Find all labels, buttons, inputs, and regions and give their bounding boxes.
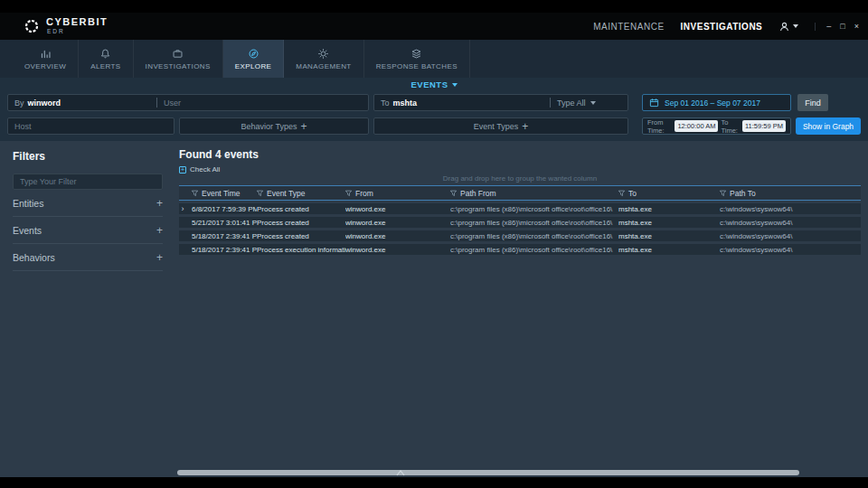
cell-event-type: Process created [257, 205, 345, 213]
to-value[interactable]: mshta [393, 99, 418, 108]
tab-alerts-label: ALERTS [90, 62, 120, 70]
plus-icon: + [522, 120, 528, 133]
tab-explore-label: EXPLORE [235, 62, 272, 70]
table-row[interactable]: 5/21/2017 3:01:41 PM Process created win… [179, 217, 861, 228]
to-label: To [381, 99, 390, 108]
sidebar-section-behaviors[interactable]: Behaviors + [13, 244, 163, 271]
cell-event-type: Process created [257, 219, 345, 227]
table-row[interactable]: 5/18/2017 2:39:41 PM Process execution i… [179, 244, 861, 255]
row-expander-icon[interactable]: › [179, 205, 192, 213]
column-header-path-from[interactable]: Path From [450, 189, 618, 198]
brand-logo: CYBERBIT EDR [24, 17, 108, 35]
host-input[interactable] [14, 122, 167, 131]
column-header-to[interactable]: To [618, 189, 720, 198]
date-range-picker[interactable]: Sep 01 2016 – Sep 07 2017 [642, 94, 791, 111]
filter-funnel-icon [345, 190, 352, 197]
minimize-button[interactable]: – [826, 23, 831, 31]
search-to-field: To mshta Type All [373, 94, 628, 111]
tab-response-batches[interactable]: RESPONSE BATCHES [364, 40, 470, 78]
column-label: From [355, 189, 373, 198]
briefcase-icon [172, 48, 184, 60]
events-selector[interactable]: EVENTS [0, 78, 868, 91]
filter-funnel-icon [192, 190, 198, 197]
cell-event-type: Process execution information [257, 246, 345, 254]
column-label: Event Type [267, 189, 305, 198]
find-button[interactable]: Find [797, 94, 828, 111]
search-by-field: By winword [7, 94, 369, 111]
column-label: To [628, 189, 637, 198]
results-count: Found 4 events [179, 148, 861, 161]
date-range-value: Sep 01 2016 – Sep 07 2017 [665, 99, 760, 108]
event-types-label: Event Types [474, 122, 518, 131]
column-header-event-time[interactable]: Event Time [192, 189, 257, 198]
tab-overview[interactable]: OVERVIEW [13, 40, 79, 78]
check-all-toggle[interactable]: + Check All [179, 165, 220, 174]
horizontal-scrollbar [177, 470, 861, 475]
time-range-box: From Time: To Time: [642, 117, 791, 135]
cyberbit-logo-icon [24, 18, 40, 34]
tab-management-label: MANAGEMENT [296, 62, 351, 70]
show-in-graph-button[interactable]: Show in Graph [796, 117, 861, 135]
by-value[interactable]: winword [28, 99, 61, 108]
from-time-input[interactable] [675, 120, 718, 132]
brand-name: CYBERBIT [46, 17, 108, 27]
events-table: Event Time Event Type From Path Fro [179, 185, 861, 255]
cell-from: winword.exe [345, 219, 450, 227]
event-types-field[interactable]: Event Types + [373, 117, 628, 135]
filter-funnel-icon [257, 190, 263, 197]
menu-investigations[interactable]: INVESTIGATIONS [681, 22, 763, 32]
events-selector-label: EVENTS [410, 80, 448, 89]
tab-investigations-label: INVESTIGATIONS [146, 62, 211, 70]
field-divider [550, 98, 551, 108]
table-row[interactable]: › 6/8/2017 7:59:39 PM Process created wi… [179, 203, 861, 214]
tab-alerts[interactable]: ALERTS [79, 40, 133, 78]
scrollbar-thumb[interactable] [177, 470, 799, 475]
filter-funnel-icon [618, 190, 625, 197]
main-tabbar: OVERVIEW ALERTS INVESTIGATIONS [0, 40, 868, 78]
cell-path-from: c:\program files (x86)\microsoft office\… [450, 232, 618, 240]
filters-sidebar: Filters Entities + Events + Behaviors + [0, 141, 172, 477]
sidebar-filter-input[interactable] [13, 174, 163, 190]
behavior-types-label: Behavior Types [241, 122, 297, 131]
cell-to: mshta.exe [618, 246, 720, 254]
expand-plus-icon[interactable]: + [156, 224, 163, 237]
expand-plus-icon[interactable]: + [156, 197, 163, 210]
cell-to: mshta.exe [618, 219, 720, 227]
maximize-button[interactable]: □ [840, 23, 844, 31]
menu-maintenance[interactable]: MAINTENANCE [593, 22, 664, 32]
column-header-event-type[interactable]: Event Type [257, 189, 345, 198]
table-row[interactable]: 5/18/2017 2:39:41 PM Process created win… [179, 230, 861, 241]
to-time-input[interactable] [742, 120, 786, 132]
plus-icon: + [300, 120, 307, 133]
chevron-down-icon [793, 24, 798, 28]
cell-to: mshta.exe [618, 232, 720, 240]
behavior-types-field[interactable]: Behavior Types + [179, 117, 369, 135]
cell-path-from: c:\program files (x86)\microsoft office\… [450, 219, 618, 227]
user-input[interactable] [164, 99, 362, 108]
results-panel: Found 4 events + Check All Drag and drop… [172, 141, 868, 477]
column-header-path-to[interactable]: Path To [720, 189, 861, 198]
calendar-icon [649, 98, 659, 108]
field-divider [156, 98, 157, 108]
cell-path-from: c:\program files (x86)\microsoft office\… [450, 246, 618, 254]
expand-plus-icon[interactable]: + [156, 251, 163, 264]
brand-sub: EDR [47, 29, 108, 35]
sidebar-title: Filters [13, 150, 163, 163]
sidebar-section-label: Events [13, 225, 42, 236]
sidebar-section-label: Entities [13, 198, 43, 209]
tab-management[interactable]: MANAGEMENT [284, 40, 363, 78]
sidebar-section-entities[interactable]: Entities + [13, 190, 163, 217]
user-menu[interactable] [778, 21, 798, 33]
type-dropdown[interactable]: Type All [557, 99, 621, 108]
cell-event-time: 5/18/2017 2:39:41 PM [192, 246, 257, 254]
sidebar-section-events[interactable]: Events + [13, 217, 163, 244]
column-header-from[interactable]: From [345, 189, 450, 198]
by-label: By [14, 99, 24, 108]
sidebar-section-label: Behaviors [13, 252, 55, 263]
close-button[interactable]: × [854, 23, 859, 31]
cell-path-to: c:\windows\syswow64\ [720, 219, 861, 227]
tab-explore[interactable]: EXPLORE [223, 40, 285, 78]
cell-event-time: 5/21/2017 3:01:41 PM [192, 219, 257, 227]
tab-investigations[interactable]: INVESTIGATIONS [134, 40, 223, 78]
cell-event-time: 5/18/2017 2:39:41 PM [192, 232, 257, 240]
